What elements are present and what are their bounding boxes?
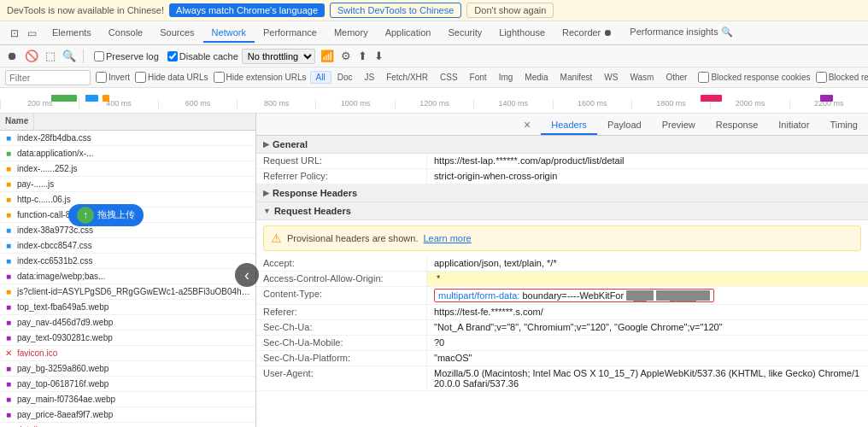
- tab-headers[interactable]: Headers: [541, 116, 597, 135]
- sec-ch-ua-mobile-row: Sec-Ch-Ua-Mobile: ?0: [256, 336, 868, 351]
- file-item-error-detail-1[interactable]: ✕ detail: [0, 423, 255, 427]
- filter-img[interactable]: Img: [493, 71, 519, 84]
- match-language-button[interactable]: Always match Chrome's language: [169, 3, 325, 17]
- close-detail-button[interactable]: ×: [519, 116, 536, 133]
- file-item[interactable]: ■ index-cbcc8547.css: [0, 238, 255, 254]
- tab-memory[interactable]: Memory: [326, 24, 377, 43]
- filter-font[interactable]: Font: [464, 71, 493, 84]
- sec-ch-ua-label: Sec-Ch-Ua:: [256, 320, 427, 335]
- referer-value: https://test-fe.******.s.com/: [427, 305, 868, 319]
- filter-button[interactable]: ⬚: [44, 50, 57, 62]
- filter-js[interactable]: JS: [358, 71, 380, 84]
- search-button[interactable]: 🔍: [61, 50, 78, 62]
- hide-data-urls-label[interactable]: Hide data URLs: [135, 72, 208, 83]
- inspect-icon[interactable]: ⊡: [7, 26, 22, 41]
- learn-more-link[interactable]: Learn more: [423, 233, 471, 243]
- clear-button[interactable]: 🚫: [23, 50, 40, 62]
- file-item[interactable]: ■ data:application/x-...: [0, 146, 255, 161]
- disable-cache-checkbox[interactable]: [167, 51, 178, 61]
- request-headers-section-header[interactable]: ▼ Request Headers: [256, 202, 868, 220]
- file-item[interactable]: ■ pay_price-8aeaf9f7.webp: [0, 407, 255, 423]
- import-icon[interactable]: ⬆: [356, 50, 369, 62]
- filter-all[interactable]: All: [310, 71, 331, 84]
- response-headers-section-header[interactable]: ▶ Response Headers: [256, 184, 868, 202]
- accept-label: Accept:: [256, 256, 427, 271]
- file-item[interactable]: ■ top_text-fba649a5.webp: [0, 300, 255, 315]
- filter-doc[interactable]: Doc: [331, 71, 359, 84]
- tab-sources[interactable]: Sources: [151, 24, 202, 43]
- tab-payload[interactable]: Payload: [597, 116, 652, 135]
- toolbar-sep-1: [83, 50, 84, 63]
- settings-icon[interactable]: ⚙: [339, 50, 353, 62]
- file-list-panel: Name ■ index-28fb4dba.css ■ data:applica…: [0, 114, 256, 427]
- tab-performance[interactable]: Performance: [255, 24, 326, 43]
- device-icon[interactable]: ▭: [24, 26, 40, 41]
- file-item[interactable]: ■ js?client-id=ASYLPgSD6_RRgGGwEWc1-a25B…: [0, 284, 255, 300]
- tick-1000: 1000 ms: [315, 99, 394, 109]
- tab-elements[interactable]: Elements: [44, 24, 100, 43]
- hide-data-urls-checkbox[interactable]: [135, 72, 146, 83]
- tab-lighthouse[interactable]: Lighthouse: [490, 24, 554, 43]
- filter-fetch-xhr[interactable]: Fetch/XHR: [380, 71, 434, 84]
- file-item[interactable]: ■ pay_main-f07364ae.webp: [0, 392, 255, 407]
- tab-security[interactable]: Security: [439, 24, 490, 43]
- preserve-log-label[interactable]: Preserve log: [94, 51, 159, 61]
- invert-checkbox[interactable]: [96, 72, 107, 83]
- tab-performance-insights[interactable]: Performance insights 🔍: [621, 23, 741, 43]
- tab-recorder[interactable]: Recorder ⏺: [554, 24, 621, 43]
- hide-extension-urls-checkbox[interactable]: [214, 72, 225, 83]
- blocked-response-cookies-label[interactable]: Blocked response cookies: [698, 72, 810, 83]
- access-control-row: Access-Control-Allow-Origin: *: [256, 272, 868, 287]
- filter-media[interactable]: Media: [519, 71, 554, 84]
- file-icon: ■: [3, 149, 14, 159]
- throttle-select[interactable]: No throttling: [242, 49, 315, 64]
- file-img-icon: ■: [3, 302, 14, 313]
- tab-preview[interactable]: Preview: [652, 116, 706, 135]
- file-item[interactable]: ■ function-call-86a2263a.js ↑ 拖拽上传: [0, 208, 255, 223]
- tab-application[interactable]: Application: [377, 24, 440, 43]
- filter-other[interactable]: Other: [660, 71, 693, 84]
- hide-extension-urls-label[interactable]: Hide extension URLs: [214, 72, 307, 83]
- file-item[interactable]: ■ index-28fb4dba.css: [0, 131, 255, 146]
- upload-bubble[interactable]: ↑ 拖拽上传: [68, 204, 144, 226]
- preserve-log-checkbox[interactable]: [94, 51, 104, 61]
- content-type-value: multipart/form-data: boundary=----WebKit…: [427, 287, 868, 304]
- file-item[interactable]: ■ index-cc6531b2.css: [0, 254, 255, 269]
- filter-css[interactable]: CSS: [434, 71, 464, 84]
- filter-input[interactable]: [5, 70, 91, 85]
- tab-initiator[interactable]: Initiator: [768, 116, 819, 135]
- file-item-error[interactable]: ✕ favicon.ico: [0, 346, 255, 361]
- blocked-requests-label[interactable]: Blocked requests: [816, 72, 868, 83]
- record-button[interactable]: ⏺: [5, 50, 20, 62]
- disable-cache-label[interactable]: Disable cache: [167, 51, 238, 61]
- file-item[interactable]: ■ pay-......js: [0, 177, 255, 192]
- tab-response[interactable]: Response: [706, 116, 769, 135]
- tab-network[interactable]: Network: [203, 24, 255, 43]
- filter-wasm[interactable]: Wasm: [624, 71, 660, 84]
- blocked-requests-checkbox[interactable]: [816, 72, 827, 83]
- nav-arrow-button[interactable]: ‹: [235, 263, 259, 287]
- dont-show-button[interactable]: Don't show again: [466, 3, 554, 18]
- file-icon: ■: [3, 210, 14, 220]
- access-control-value: *: [427, 272, 868, 286]
- invert-label[interactable]: Invert: [96, 72, 130, 83]
- file-item[interactable]: ■ pay_text-0930281c.webp: [0, 330, 255, 346]
- content-type-row: Content-Type: multipart/form-data: bound…: [256, 287, 868, 305]
- file-item[interactable]: ■ index-......252.js: [0, 161, 255, 177]
- file-item[interactable]: ■ data:image/webp;bas...: [0, 269, 255, 284]
- blocked-response-cookies-checkbox[interactable]: [698, 72, 709, 83]
- file-item[interactable]: ■ pay_bg-3259a860.webp: [0, 361, 255, 377]
- export-icon[interactable]: ⬇: [372, 50, 385, 62]
- sec-ch-ua-platform-label: Sec-Ch-Ua-Platform:: [256, 351, 427, 366]
- file-item[interactable]: ■ pay_nav-d456d7d9.webp: [0, 315, 255, 330]
- wifi-icon[interactable]: 📶: [319, 50, 336, 62]
- switch-chinese-button[interactable]: Switch DevTools to Chinese: [330, 3, 461, 18]
- tab-timing[interactable]: Timing: [819, 116, 868, 135]
- filter-manifest[interactable]: Manifest: [554, 71, 599, 84]
- request-url-value: https://test-lap.******.com/ap/product/l…: [427, 154, 868, 168]
- tab-console[interactable]: Console: [100, 24, 151, 43]
- file-icon: ■: [3, 179, 14, 190]
- file-item[interactable]: ■ pay_top-0618716f.webp: [0, 377, 255, 392]
- general-section-header[interactable]: ▶ General: [256, 136, 868, 154]
- filter-ws[interactable]: WS: [598, 71, 624, 84]
